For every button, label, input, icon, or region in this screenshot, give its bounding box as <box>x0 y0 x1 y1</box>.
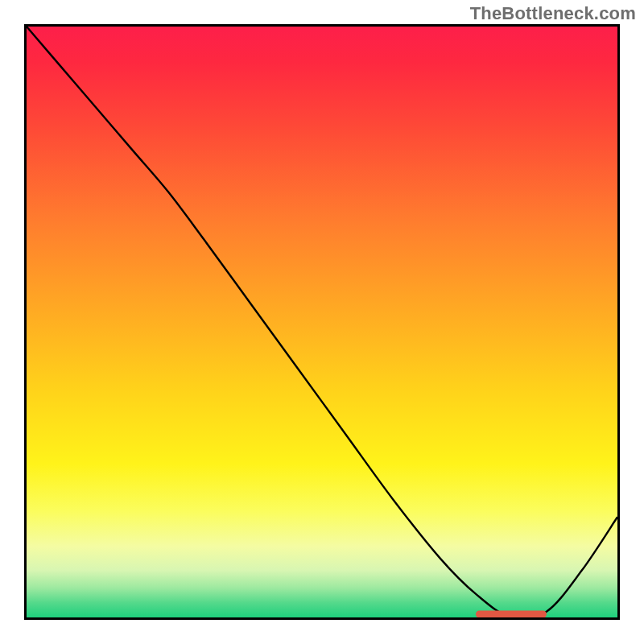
optimal-range-marker <box>476 611 547 618</box>
bottleneck-curve <box>27 27 617 617</box>
chart-root: TheBottleneck.com <box>0 0 644 644</box>
watermark-label: TheBottleneck.com <box>470 3 636 24</box>
chart-plot-area <box>24 24 620 620</box>
